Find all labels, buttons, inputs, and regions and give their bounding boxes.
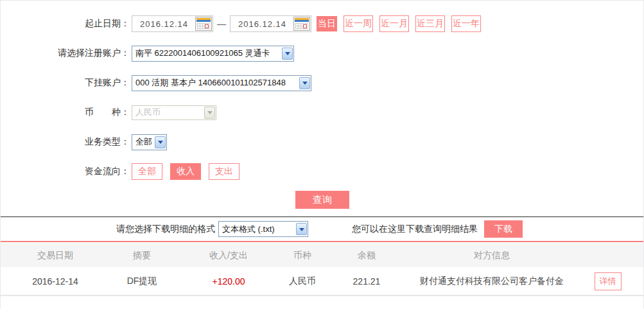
business-type-value: 全部 (135, 136, 152, 148)
quick-range-today-button[interactable]: 当日 (317, 16, 337, 31)
quick-range-week-button[interactable]: 近一周 (344, 15, 373, 32)
fund-flow-label: 资金流向： (1, 166, 132, 177)
chevron-down-icon (204, 107, 215, 119)
fund-flow-income-button[interactable]: 收入 (170, 163, 201, 180)
column-header-summary: 摘要 (110, 250, 174, 261)
sub-account-select[interactable]: 000 活期 基本户 1406600101102571848 (132, 75, 311, 91)
download-format-value: 文本格式 (.txt) (222, 224, 293, 235)
sub-account-value: 000 活期 基本户 1406600101102571848 (135, 77, 297, 89)
quick-range-year-button[interactable]: 近一年 (451, 15, 481, 32)
business-type-select[interactable]: 全部 (132, 134, 167, 150)
fund-flow-expense-button[interactable]: 支出 (209, 163, 239, 180)
business-type-label: 业务类型： (1, 136, 132, 148)
transaction-query-page: 起止日期： 2016.12.14 — 2016.12.14 (0, 0, 644, 309)
start-date-value: 2016.12.14 (133, 19, 195, 29)
detail-button[interactable]: 详情 (595, 272, 622, 290)
sub-account-label: 下挂账户： (1, 77, 132, 89)
calendar-icon[interactable] (293, 17, 310, 31)
download-bar: 请您选择下载明细的格式 文本格式 (.txt) 您可以在这里下载查询明细结果 下… (1, 216, 643, 242)
table-header-row: 交易日期 摘要 收入/支出 币种 余额 对方信息 (1, 243, 643, 267)
end-date-value: 2016.12.14 (231, 19, 293, 29)
download-format-label: 请您选择下载明细的格式 (116, 224, 215, 235)
cell-transaction-date: 2016-12-14 (1, 276, 110, 287)
cell-currency: 人民币 (283, 276, 322, 287)
download-format-select[interactable]: 文本格式 (.txt) (218, 221, 308, 237)
result-table: 交易日期 摘要 收入/支出 币种 余额 对方信息 2016-12-14 DF提现… (1, 243, 643, 296)
fund-flow-all-button[interactable]: 全部 (132, 163, 162, 180)
query-button[interactable]: 查询 (295, 191, 349, 209)
chevron-down-icon (299, 77, 310, 89)
currency-select: 人民币 (132, 105, 216, 120)
chevron-down-icon (282, 48, 293, 60)
download-hint: 您可以在这里下载查询明细结果 (352, 224, 478, 235)
column-header-date: 交易日期 (1, 250, 110, 261)
quick-range-month-button[interactable]: 近一月 (379, 15, 409, 32)
sub-account-row: 下挂账户： 000 活期 基本户 1406600101102571848 (1, 75, 643, 91)
business-type-row: 业务类型： 全部 (1, 134, 643, 150)
register-account-row: 请选择注册账户： 南平 6222001406100921065 灵通卡 (1, 45, 643, 62)
register-account-label: 请选择注册账户： (1, 48, 132, 59)
calendar-icon-stripe-blue (196, 20, 211, 22)
chevron-down-icon (155, 136, 166, 148)
currency-row: 币 种： 人民币 (1, 104, 643, 121)
quick-range-quarter-button[interactable]: 近三月 (415, 15, 445, 32)
date-range-label: 起止日期： (1, 18, 132, 30)
chevron-down-icon (296, 223, 307, 235)
start-date-input[interactable]: 2016.12.14 (132, 15, 213, 32)
end-date-input[interactable]: 2016.12.14 (230, 15, 311, 32)
cell-actions: 详情 (572, 272, 643, 290)
cell-balance: 221.21 (322, 276, 412, 287)
fund-flow-row: 资金流向： 全部 收入 支出 (1, 163, 643, 180)
column-header-balance: 余额 (322, 250, 412, 261)
download-button[interactable]: 下载 (484, 220, 523, 238)
calendar-icon-day-mark (303, 24, 307, 28)
column-header-amount: 收入/支出 (174, 250, 283, 261)
calendar-icon-day-mark (205, 24, 209, 28)
table-row: 2016-12-14 DF提现 +120.00 人民币 221.21 财付通支付… (1, 267, 643, 296)
cell-amount: +120.00 (174, 276, 283, 287)
calendar-icon[interactable] (195, 17, 212, 31)
cell-summary: DF提现 (110, 276, 174, 287)
currency-label: 币 种： (1, 107, 132, 118)
query-row: 查询 (1, 191, 643, 209)
cell-counterparty: 财付通支付科技有限公司客户备付金 (412, 276, 572, 287)
column-header-currency: 币种 (283, 250, 322, 261)
register-account-value: 南平 6222001406100921065 灵通卡 (135, 48, 279, 59)
calendar-icon-stripe-blue (295, 20, 309, 22)
register-account-select[interactable]: 南平 6222001406100921065 灵通卡 (132, 46, 294, 62)
date-separator: — (217, 19, 226, 29)
date-range-row: 起止日期： 2016.12.14 — 2016.12.14 (1, 15, 643, 32)
column-header-counterparty: 对方信息 (412, 250, 572, 261)
filter-form: 起止日期： 2016.12.14 — 2016.12.14 (1, 1, 643, 216)
currency-value: 人民币 (135, 107, 202, 118)
